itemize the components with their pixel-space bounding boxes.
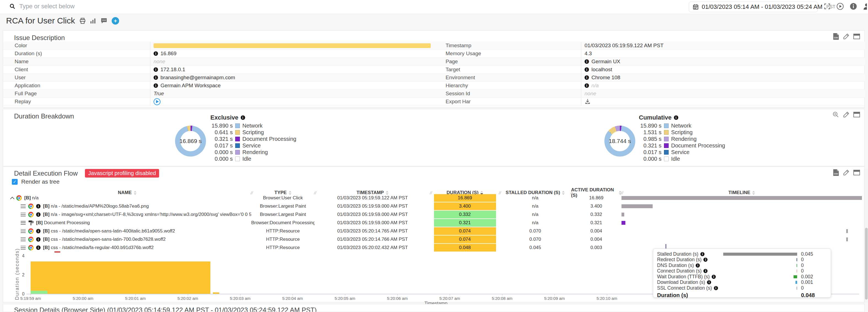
date-range-picker[interactable]: 01/03/2023 05:14 AM - 01/03/2023 05:24 A… <box>689 2 818 12</box>
issue-row-application[interactable]: ApplicationiGermain APM Workspace <box>3 82 434 90</box>
info-icon[interactable]: i <box>707 280 711 284</box>
issue-row-target[interactable]: Targetilocalhost <box>434 66 865 74</box>
comment-icon[interactable] <box>101 18 107 24</box>
window-icon[interactable] <box>854 34 860 39</box>
info-icon[interactable]: i <box>36 229 40 233</box>
legend-item[interactable]: 0.641 sScripting <box>209 129 297 136</box>
table-row[interactable]: i[B] n/a - /static/media/APM%20logo.58ab… <box>3 202 862 210</box>
issue-row-environment[interactable]: EnvironmentiChrome 108 <box>434 74 865 82</box>
table-row[interactable]: i[B] css - /static/media/open-sans-latin… <box>3 227 862 235</box>
issue-row-full-page[interactable]: Full PageTrue <box>3 90 434 98</box>
legend-item[interactable]: 15.890 sNetwork <box>209 122 297 129</box>
menu-icon[interactable] <box>21 229 26 233</box>
info-icon[interactable]: i <box>585 67 589 72</box>
legend-value: 1.531 s <box>637 129 661 136</box>
menu-icon[interactable] <box>21 246 26 250</box>
legend-item[interactable]: 0.985 sRendering <box>637 136 725 142</box>
info-icon[interactable] <box>850 3 857 10</box>
legend-swatch <box>235 137 240 141</box>
replay-play-icon[interactable] <box>154 98 160 105</box>
info-icon[interactable]: i <box>585 59 589 64</box>
info-icon[interactable]: i <box>241 115 245 120</box>
global-search-input[interactable]: Type or select below <box>9 3 75 10</box>
table-row[interactable]: i[B] css - /static/media/open-sans-latin… <box>3 235 862 244</box>
legend-item[interactable]: 0.321 sDocument Processing <box>209 136 297 142</box>
cell-name: i[B] css - /static/media/open-sans-latin… <box>3 228 251 234</box>
issue-row-page[interactable]: PageiGermain UX <box>434 58 865 66</box>
vertical-scrollbar[interactable] <box>864 169 868 302</box>
zoom-in-icon[interactable] <box>832 111 839 118</box>
legend-item[interactable]: 15.890 sNetwork <box>637 122 725 129</box>
info-icon[interactable]: i <box>154 83 158 88</box>
issue-row-replay[interactable]: Replay <box>3 98 434 106</box>
window-icon[interactable] <box>854 170 860 175</box>
edit-pencil-icon[interactable] <box>843 111 849 118</box>
exclusive-title: Exclusive <box>210 114 239 121</box>
table-row[interactable]: i[B] n/a - image/svg+xml;charset=UTF-8,%… <box>3 210 862 219</box>
issue-row-color[interactable]: Color <box>3 42 434 50</box>
render-as-tree-checkbox[interactable]: ✓ <box>12 179 18 185</box>
info-icon[interactable]: i <box>36 212 40 217</box>
menu-icon[interactable] <box>21 237 26 241</box>
event-name: [B] n/a - /static/media/APM%20logo.58ab7… <box>43 203 149 209</box>
edit-pencil-icon[interactable] <box>843 33 849 40</box>
play-icon[interactable] <box>837 3 844 10</box>
legend-item[interactable]: 0.017 sService <box>637 149 725 155</box>
info-icon[interactable]: i <box>714 286 718 290</box>
issue-row-export-har[interactable]: Export Har <box>434 98 865 106</box>
window-icon[interactable] <box>854 112 860 117</box>
print-icon[interactable] <box>80 18 86 24</box>
download-icon[interactable] <box>585 98 591 105</box>
tooltip-row-value: 0 <box>797 257 804 262</box>
info-icon[interactable]: i <box>36 237 40 242</box>
menu-icon[interactable] <box>21 212 26 217</box>
info-icon[interactable]: i <box>703 269 708 273</box>
info-icon[interactable]: i <box>154 51 158 56</box>
export-csv-icon[interactable]: CSV <box>833 33 839 40</box>
issue-row-duration-s-[interactable]: Duration (s)i16.869 <box>3 50 434 58</box>
menu-icon[interactable] <box>21 204 26 208</box>
legend-item[interactable]: 0.000 sRendering <box>209 149 297 155</box>
issue-row-timestamp[interactable]: Timestamp01/03/2023 05:19:59.122 AM PST <box>434 42 865 50</box>
legend-item[interactable]: 0.321 sDocument Processing <box>637 142 725 149</box>
legend-item[interactable]: 1.531 sScripting <box>637 129 725 136</box>
legend-item[interactable]: 0.017 sService <box>209 142 297 149</box>
cell-stalled-duration: n/a <box>499 203 571 209</box>
add-icon[interactable]: + <box>112 17 119 25</box>
cell-timestamp: 01/03/2023 05:19:59.000 AM PST <box>315 212 430 217</box>
scrollbar-thumb[interactable] <box>865 228 868 300</box>
issue-row-name[interactable]: Namenone <box>3 58 434 66</box>
issue-row-memory-usage[interactable]: Memory Usage4.3 <box>434 50 865 58</box>
export-csv-icon[interactable]: CSV <box>833 169 839 176</box>
info-icon[interactable]: i <box>154 67 158 72</box>
info-icon[interactable]: i <box>712 275 716 279</box>
menu-icon[interactable] <box>21 221 26 225</box>
legend-item[interactable]: 0.000 sIdle <box>637 155 725 162</box>
user-icon[interactable] <box>863 3 867 10</box>
field-value: ilocalhost <box>581 66 865 74</box>
chevron-up-icon[interactable] <box>10 197 14 201</box>
table-row[interactable]: [B] n/aBrowser:User Click01/03/2023 05:1… <box>3 194 862 202</box>
info-icon[interactable]: i <box>585 75 589 80</box>
info-icon[interactable]: i <box>674 115 678 120</box>
cell-timestamp: 01/03/2023 05:19:59.122 AM PST <box>315 195 430 201</box>
info-icon[interactable]: i <box>154 75 158 80</box>
table-row[interactable]: [B] Document ProcessingBrowser:Document … <box>3 219 862 227</box>
info-icon[interactable]: i <box>696 263 700 267</box>
info-icon[interactable]: i <box>703 258 708 262</box>
issue-row-hierarchy[interactable]: Hierarchyin/a <box>434 82 865 90</box>
info-icon[interactable]: i <box>36 246 40 250</box>
issue-row-user[interactable]: Useribranasinghe@germainapm.com <box>3 74 434 82</box>
cumulative-legend: 15.890 sNetwork1.531 sScripting0.985 sRe… <box>637 122 725 162</box>
edit-pencil-icon[interactable] <box>843 169 849 176</box>
tooltip-label-text: SSL Connect Duration (s) <box>657 285 712 291</box>
info-icon[interactable]: i <box>585 83 589 88</box>
tooltip-label-text: DNS Duration (s) <box>657 262 694 268</box>
info-icon[interactable]: i <box>700 252 705 256</box>
issue-row-client[interactable]: Clienti172.18.0.1 <box>3 66 434 74</box>
chart-bars-icon[interactable] <box>90 18 96 24</box>
fullscreen-icon[interactable] <box>824 3 831 10</box>
issue-row-session-id[interactable]: Session Idnone <box>434 90 865 98</box>
info-icon[interactable]: i <box>36 204 40 208</box>
legend-item[interactable]: 0.000 sIdle <box>209 155 297 162</box>
